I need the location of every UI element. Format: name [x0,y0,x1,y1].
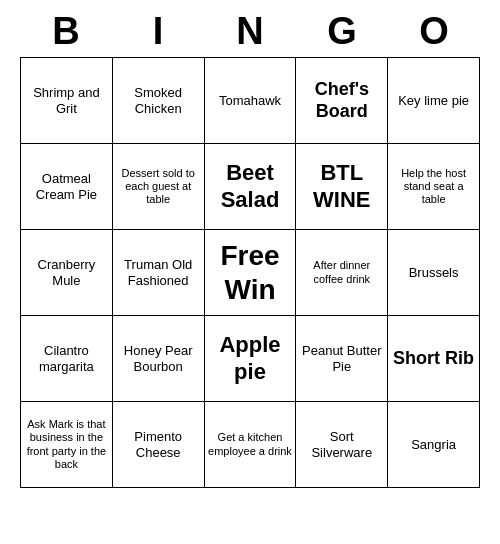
cell-4: Key lime pie [388,58,480,144]
cell-16: Honey Pear Bourbon [113,316,205,402]
cell-13: After dinner coffee drink [296,230,388,316]
cell-14: Brussels [388,230,480,316]
bingo-header: BINGO [20,10,480,53]
cell-6: Dessert sold to each guest at table [113,144,205,230]
cell-9: Help the host stand seat a table [388,144,480,230]
cell-11: Truman Old Fashioned [113,230,205,316]
bingo-letter-n: N [206,10,294,53]
cell-24: Sangria [388,402,480,488]
cell-17: Apple pie [205,316,297,402]
bingo-letter-b: B [22,10,110,53]
cell-2: Tomahawk [205,58,297,144]
cell-15: Cilantro margarita [21,316,113,402]
cell-21: Pimento Cheese [113,402,205,488]
cell-10: Cranberry Mule [21,230,113,316]
cell-20: Ask Mark is that business in the front p… [21,402,113,488]
bingo-letter-i: I [114,10,202,53]
cell-7: Beet Salad [205,144,297,230]
cell-1: Smoked Chicken [113,58,205,144]
cell-23: Sort Silverware [296,402,388,488]
cell-0: Shrimp and Grit [21,58,113,144]
cell-12: Free Win [205,230,297,316]
cell-18: Peanut Butter Pie [296,316,388,402]
cell-22: Get a kitchen employee a drink [205,402,297,488]
bingo-grid: Shrimp and GritSmoked ChickenTomahawkChe… [20,57,480,488]
bingo-letter-g: G [298,10,386,53]
cell-8: BTL WINE [296,144,388,230]
bingo-letter-o: O [390,10,478,53]
cell-3: Chef's Board [296,58,388,144]
cell-19: Short Rib [388,316,480,402]
cell-5: Oatmeal Cream Pie [21,144,113,230]
